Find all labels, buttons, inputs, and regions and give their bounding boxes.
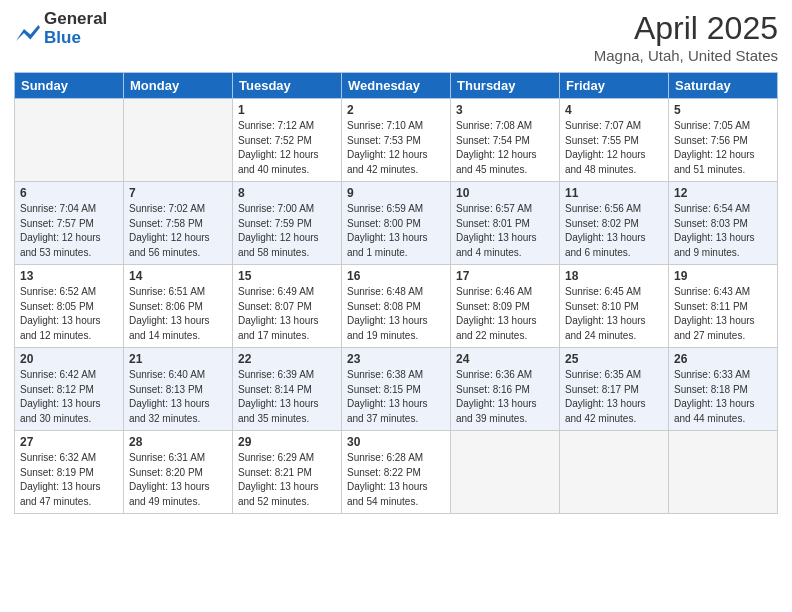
logo: General Blue [14,10,107,47]
day-number: 30 [347,435,445,449]
day-info: Sunrise: 6:31 AMSunset: 8:20 PMDaylight:… [129,451,227,509]
day-info: Sunrise: 7:04 AMSunset: 7:57 PMDaylight:… [20,202,118,260]
day-info: Sunrise: 6:43 AMSunset: 8:11 PMDaylight:… [674,285,772,343]
calendar-cell: 19Sunrise: 6:43 AMSunset: 8:11 PMDayligh… [669,265,778,348]
col-header-friday: Friday [560,73,669,99]
calendar-cell: 7Sunrise: 7:02 AMSunset: 7:58 PMDaylight… [124,182,233,265]
day-number: 4 [565,103,663,117]
calendar-cell: 28Sunrise: 6:31 AMSunset: 8:20 PMDayligh… [124,431,233,514]
day-number: 19 [674,269,772,283]
day-info: Sunrise: 6:33 AMSunset: 8:18 PMDaylight:… [674,368,772,426]
calendar-cell: 16Sunrise: 6:48 AMSunset: 8:08 PMDayligh… [342,265,451,348]
calendar-cell: 9Sunrise: 6:59 AMSunset: 8:00 PMDaylight… [342,182,451,265]
calendar-cell: 18Sunrise: 6:45 AMSunset: 8:10 PMDayligh… [560,265,669,348]
day-number: 11 [565,186,663,200]
day-number: 12 [674,186,772,200]
day-info: Sunrise: 7:08 AMSunset: 7:54 PMDaylight:… [456,119,554,177]
logo-icon [16,25,40,45]
day-number: 28 [129,435,227,449]
day-info: Sunrise: 6:32 AMSunset: 8:19 PMDaylight:… [20,451,118,509]
col-header-sunday: Sunday [15,73,124,99]
calendar-week-row: 27Sunrise: 6:32 AMSunset: 8:19 PMDayligh… [15,431,778,514]
day-info: Sunrise: 7:05 AMSunset: 7:56 PMDaylight:… [674,119,772,177]
calendar-header-row: SundayMondayTuesdayWednesdayThursdayFrid… [15,73,778,99]
day-info: Sunrise: 6:39 AMSunset: 8:14 PMDaylight:… [238,368,336,426]
calendar-cell: 3Sunrise: 7:08 AMSunset: 7:54 PMDaylight… [451,99,560,182]
title-block: April 2025 Magna, Utah, United States [594,10,778,64]
day-info: Sunrise: 6:51 AMSunset: 8:06 PMDaylight:… [129,285,227,343]
day-number: 20 [20,352,118,366]
day-info: Sunrise: 6:59 AMSunset: 8:00 PMDaylight:… [347,202,445,260]
calendar-cell: 23Sunrise: 6:38 AMSunset: 8:15 PMDayligh… [342,348,451,431]
calendar-cell: 8Sunrise: 7:00 AMSunset: 7:59 PMDaylight… [233,182,342,265]
col-header-wednesday: Wednesday [342,73,451,99]
calendar-cell [669,431,778,514]
day-info: Sunrise: 6:38 AMSunset: 8:15 PMDaylight:… [347,368,445,426]
month-title: April 2025 [594,10,778,47]
calendar-cell [124,99,233,182]
day-info: Sunrise: 6:48 AMSunset: 8:08 PMDaylight:… [347,285,445,343]
calendar-cell: 25Sunrise: 6:35 AMSunset: 8:17 PMDayligh… [560,348,669,431]
day-number: 10 [456,186,554,200]
calendar-cell: 2Sunrise: 7:10 AMSunset: 7:53 PMDaylight… [342,99,451,182]
calendar-cell: 22Sunrise: 6:39 AMSunset: 8:14 PMDayligh… [233,348,342,431]
day-info: Sunrise: 6:56 AMSunset: 8:02 PMDaylight:… [565,202,663,260]
day-info: Sunrise: 6:52 AMSunset: 8:05 PMDaylight:… [20,285,118,343]
calendar-cell: 10Sunrise: 6:57 AMSunset: 8:01 PMDayligh… [451,182,560,265]
col-header-thursday: Thursday [451,73,560,99]
calendar-cell: 26Sunrise: 6:33 AMSunset: 8:18 PMDayligh… [669,348,778,431]
calendar-cell: 30Sunrise: 6:28 AMSunset: 8:22 PMDayligh… [342,431,451,514]
day-number: 8 [238,186,336,200]
svg-marker-0 [16,25,40,41]
calendar-cell [15,99,124,182]
day-number: 23 [347,352,445,366]
header: General Blue April 2025 Magna, Utah, Uni… [14,10,778,64]
calendar-cell [451,431,560,514]
day-number: 14 [129,269,227,283]
calendar-week-row: 20Sunrise: 6:42 AMSunset: 8:12 PMDayligh… [15,348,778,431]
calendar-cell: 20Sunrise: 6:42 AMSunset: 8:12 PMDayligh… [15,348,124,431]
day-number: 21 [129,352,227,366]
calendar-cell: 17Sunrise: 6:46 AMSunset: 8:09 PMDayligh… [451,265,560,348]
location-title: Magna, Utah, United States [594,47,778,64]
day-info: Sunrise: 6:57 AMSunset: 8:01 PMDaylight:… [456,202,554,260]
calendar-cell: 29Sunrise: 6:29 AMSunset: 8:21 PMDayligh… [233,431,342,514]
day-info: Sunrise: 6:40 AMSunset: 8:13 PMDaylight:… [129,368,227,426]
logo-general: General [44,10,107,29]
logo-blue: Blue [44,29,107,48]
day-number: 1 [238,103,336,117]
day-info: Sunrise: 7:10 AMSunset: 7:53 PMDaylight:… [347,119,445,177]
day-number: 15 [238,269,336,283]
calendar-cell: 1Sunrise: 7:12 AMSunset: 7:52 PMDaylight… [233,99,342,182]
main-container: General Blue April 2025 Magna, Utah, Uni… [0,0,792,612]
calendar-cell: 6Sunrise: 7:04 AMSunset: 7:57 PMDaylight… [15,182,124,265]
calendar-cell: 4Sunrise: 7:07 AMSunset: 7:55 PMDaylight… [560,99,669,182]
calendar-cell: 14Sunrise: 6:51 AMSunset: 8:06 PMDayligh… [124,265,233,348]
calendar-table: SundayMondayTuesdayWednesdayThursdayFrid… [14,72,778,514]
day-number: 16 [347,269,445,283]
day-number: 18 [565,269,663,283]
calendar-cell: 21Sunrise: 6:40 AMSunset: 8:13 PMDayligh… [124,348,233,431]
day-number: 29 [238,435,336,449]
day-info: Sunrise: 6:28 AMSunset: 8:22 PMDaylight:… [347,451,445,509]
day-number: 17 [456,269,554,283]
day-number: 24 [456,352,554,366]
calendar-cell: 12Sunrise: 6:54 AMSunset: 8:03 PMDayligh… [669,182,778,265]
col-header-tuesday: Tuesday [233,73,342,99]
day-number: 7 [129,186,227,200]
day-info: Sunrise: 6:42 AMSunset: 8:12 PMDaylight:… [20,368,118,426]
day-number: 13 [20,269,118,283]
day-info: Sunrise: 7:07 AMSunset: 7:55 PMDaylight:… [565,119,663,177]
calendar-cell: 24Sunrise: 6:36 AMSunset: 8:16 PMDayligh… [451,348,560,431]
calendar-cell: 13Sunrise: 6:52 AMSunset: 8:05 PMDayligh… [15,265,124,348]
col-header-saturday: Saturday [669,73,778,99]
day-number: 2 [347,103,445,117]
day-info: Sunrise: 6:35 AMSunset: 8:17 PMDaylight:… [565,368,663,426]
calendar-cell: 5Sunrise: 7:05 AMSunset: 7:56 PMDaylight… [669,99,778,182]
calendar-week-row: 6Sunrise: 7:04 AMSunset: 7:57 PMDaylight… [15,182,778,265]
calendar-cell: 27Sunrise: 6:32 AMSunset: 8:19 PMDayligh… [15,431,124,514]
day-info: Sunrise: 6:49 AMSunset: 8:07 PMDaylight:… [238,285,336,343]
day-info: Sunrise: 7:02 AMSunset: 7:58 PMDaylight:… [129,202,227,260]
day-number: 5 [674,103,772,117]
day-number: 27 [20,435,118,449]
